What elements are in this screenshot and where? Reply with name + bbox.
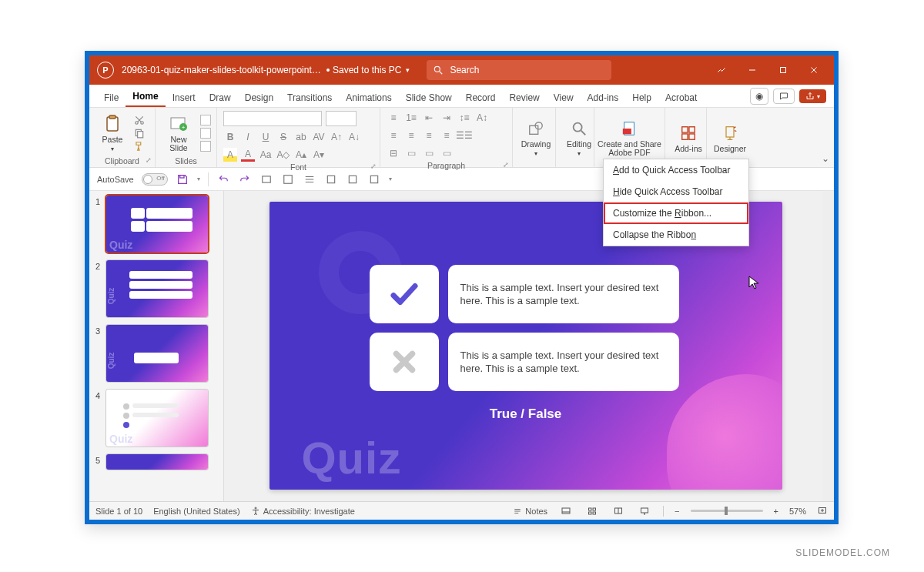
accessibility-status[interactable]: Accessibility: Investigate (251, 507, 355, 516)
bold-button[interactable]: B (223, 130, 237, 144)
paste-button[interactable]: Paste▾ (95, 114, 129, 153)
qat-icon[interactable] (303, 172, 316, 186)
true-text-card[interactable]: This is a sample text. Insert your desir… (448, 265, 679, 323)
false-text-card[interactable]: This is a sample text. Insert your desir… (448, 333, 679, 391)
start-from-beginning-icon[interactable] (259, 172, 273, 186)
justify-button[interactable]: ≡ (440, 129, 454, 142)
align-text-button[interactable]: ⊟ (387, 146, 400, 160)
align-left-button[interactable]: ≡ (387, 129, 400, 142)
zoom-out-button[interactable]: − (675, 507, 679, 516)
copy-icon[interactable] (134, 128, 145, 139)
thumbnail-3[interactable]: Quiz (106, 325, 208, 382)
numbering-button[interactable]: 1≡ (404, 111, 418, 125)
cut-icon[interactable] (134, 115, 145, 125)
increase-font-icon[interactable]: A↑ (330, 130, 343, 144)
normal-view-button[interactable] (558, 505, 574, 517)
font-size-input[interactable] (326, 111, 357, 126)
thumbnail-2[interactable]: Quiz (106, 260, 208, 317)
tab-home[interactable]: Home (126, 86, 165, 107)
align-right-button[interactable]: ≡ (422, 129, 436, 142)
ctx-customize-ribbon[interactable]: Customize the Ribbon... (604, 202, 748, 224)
underline-button[interactable]: U (259, 130, 273, 144)
thumbnail-4[interactable]: Quiz (106, 390, 208, 447)
notes-button[interactable]: Notes (513, 507, 547, 516)
vertical-scrollbar[interactable] (822, 191, 834, 501)
columns-button[interactable]: ☰☰ (457, 129, 471, 142)
smartart-button[interactable]: ▭ (404, 146, 418, 160)
redo-icon[interactable] (238, 172, 252, 186)
language-status[interactable]: English (United States) (153, 507, 240, 516)
share-button[interactable]: ▾ (799, 89, 826, 103)
autosave-toggle[interactable]: Off (142, 173, 168, 186)
italic-button[interactable]: I (241, 130, 255, 144)
tab-review[interactable]: Review (502, 88, 546, 107)
drawing-button[interactable]: Drawing▾ (519, 119, 553, 158)
designer-button[interactable]: Designer (713, 123, 747, 153)
tab-file[interactable]: File (97, 88, 126, 107)
qat-icon[interactable] (346, 172, 360, 186)
tab-help[interactable]: Help (625, 88, 658, 107)
layout-icon[interactable] (200, 115, 211, 125)
sorter-view-button[interactable] (584, 505, 600, 517)
section-icon[interactable] (200, 141, 211, 152)
slideshow-view-button[interactable] (637, 505, 652, 517)
close-button[interactable] (798, 59, 829, 82)
qat-icon[interactable] (367, 172, 381, 186)
reset-icon[interactable] (200, 128, 211, 139)
fit-to-window-button[interactable] (817, 506, 828, 517)
spacing-button[interactable]: AV (312, 130, 326, 144)
adobe-pdf-button[interactable]: Create and Share Adobe PDF (601, 119, 658, 157)
tab-animations[interactable]: Animations (339, 88, 398, 107)
qat-icon[interactable] (324, 172, 338, 186)
tab-record[interactable]: Record (459, 88, 503, 107)
tab-view[interactable]: View (547, 88, 581, 107)
reading-view-button[interactable] (611, 505, 626, 517)
tab-acrobat[interactable]: Acrobat (658, 88, 704, 107)
editing-button[interactable]: Editing▾ (562, 119, 596, 158)
indent-inc-button[interactable]: ⇥ (440, 111, 454, 125)
ctx-hide-qat[interactable]: Hide Quick Access Toolbar (604, 181, 748, 202)
minimize-button[interactable] (737, 59, 768, 82)
dialog-launcher-icon[interactable]: ⤢ (370, 162, 377, 170)
true-icon-card[interactable] (370, 265, 439, 323)
align-center-button[interactable]: ≡ (404, 129, 418, 142)
tab-transitions[interactable]: Transitions (280, 88, 339, 107)
addins-button[interactable]: Add-ins (671, 123, 705, 153)
false-icon-card[interactable] (370, 333, 439, 391)
format-painter-icon[interactable] (134, 141, 145, 152)
tab-draw[interactable]: Draw (203, 88, 238, 107)
search-input[interactable]: Search (427, 60, 611, 80)
font-family-input[interactable] (223, 111, 322, 126)
undo-icon[interactable] (216, 172, 230, 186)
ink-icon[interactable] (706, 59, 737, 82)
shadow-button[interactable]: ab (294, 130, 308, 144)
maximize-button[interactable] (768, 59, 798, 82)
strike-button[interactable]: S (276, 130, 290, 144)
slide-thumbnails-panel[interactable]: 1 Quiz 2 Quiz 3 Quiz 4 (89, 191, 224, 501)
text-direction-button[interactable]: A↕ (475, 111, 489, 125)
thumbnail-5[interactable] (106, 454, 208, 470)
highlight-button[interactable]: A (223, 148, 237, 162)
comments-button[interactable] (773, 89, 795, 104)
save-icon[interactable] (176, 172, 189, 186)
line-spacing-button[interactable]: ↕≡ (457, 111, 471, 125)
qat-icon[interactable] (281, 172, 295, 186)
save-status[interactable]: Saved to this PC ▾ (326, 65, 410, 75)
camera-button[interactable]: ◉ (750, 88, 768, 105)
tab-insert[interactable]: Insert (166, 88, 203, 107)
ctx-add-qat[interactable]: Add to Quick Access Toolbar (604, 159, 748, 181)
thumbnail-1[interactable]: Quiz (106, 196, 208, 253)
zoom-in-button[interactable]: + (774, 507, 778, 516)
change-case-button[interactable]: Aa (259, 148, 273, 162)
tab-slideshow[interactable]: Slide Show (399, 88, 459, 107)
indent-dec-button[interactable]: ⇤ (422, 111, 436, 125)
slide-counter[interactable]: Slide 1 of 10 (95, 507, 142, 516)
ctx-collapse-ribbon[interactable]: Collapse the Ribbon (604, 224, 748, 246)
tab-addins[interactable]: Add-ins (581, 88, 626, 107)
new-slide-button[interactable]: + New Slide (162, 114, 196, 152)
collapse-ribbon-icon[interactable]: ⌄ (822, 153, 829, 164)
zoom-slider[interactable] (691, 510, 763, 512)
dialog-launcher-icon[interactable]: ⤢ (146, 156, 152, 164)
dialog-launcher-icon[interactable]: ⤢ (503, 161, 509, 169)
bullets-button[interactable]: ≡ (387, 111, 400, 125)
